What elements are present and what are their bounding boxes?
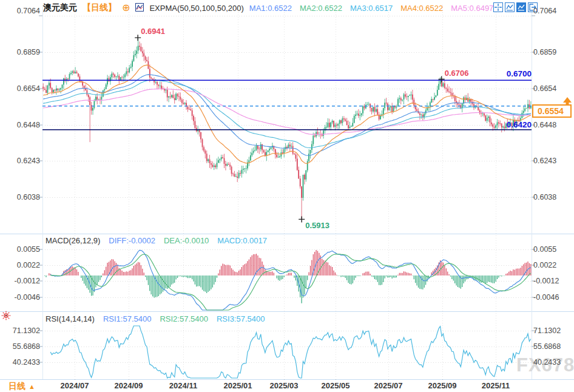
rsi3-value: RSI3:57.5400: [217, 314, 265, 323]
y-axis-label: 0.7064: [0, 6, 40, 16]
ma-value-2: MA2:0.6522: [300, 4, 342, 13]
y-axis-label: -0.0012: [533, 276, 559, 286]
rsi-header: RSI(14,14,14) RSI1:57.5400 RSI2:57.5400 …: [46, 314, 265, 323]
y-axis-label: -0.0046: [533, 292, 559, 302]
indicator-name: EXPMA(50,50,100,50,200): [149, 4, 243, 13]
chart-canvas[interactable]: [0, 0, 574, 392]
rsi-indicator-name: RSI(14,14,14): [46, 314, 95, 323]
chart-toolbar: [493, 2, 538, 12]
chart-type-icon[interactable]: [135, 3, 144, 13]
y-axis-label: 0.7064: [533, 6, 556, 16]
candles-up-wicks: [47, 38, 530, 201]
y-axis-label: 40.2433: [533, 357, 561, 367]
x-axis-label: 2025/11: [482, 381, 510, 390]
y-axis-label: 55.6868: [533, 342, 561, 351]
x-axis-label: 2025/05: [322, 381, 350, 390]
last-price-box: 0.6554: [532, 104, 572, 118]
x-axis-label: 2024/09: [115, 381, 143, 390]
y-axis-label: 0.0055: [0, 245, 40, 254]
y-axis-label: -0.0012: [0, 276, 40, 286]
y-axis-label: 0.6038: [0, 192, 40, 202]
ma-value-1: MA1:0.6522: [249, 4, 292, 13]
macd-diff-value: DIFF:-0.0002: [109, 236, 155, 245]
chart-style-icon-active[interactable]: [516, 2, 526, 12]
y-axis-label: 0.6243: [533, 156, 556, 166]
swing-high-annotation: 0.6706: [445, 69, 469, 78]
ma-value-5: MA5:0.6497: [451, 4, 493, 13]
y-axis-label: 40.2433: [0, 357, 40, 367]
x-axis-label: 2025/07: [374, 381, 403, 390]
macd-indicator-name: MACD(26,12,9): [46, 236, 100, 245]
triangle-up-icon: ▲: [29, 383, 35, 390]
y-axis-label: 0.6654: [0, 84, 40, 93]
period-tag[interactable]: 【日线】: [83, 2, 116, 13]
x-axis-label: 2024/11: [169, 381, 197, 390]
resistance-level-label: 0.6700: [504, 69, 532, 78]
y-axis-label: 71.1302: [0, 326, 40, 336]
sun-icon[interactable]: [1, 311, 11, 323]
y-axis-label: 0.6448: [0, 120, 40, 130]
y-axis-label: 0.6654: [533, 84, 556, 93]
ma-value-4: MA4:0.6522: [400, 4, 443, 13]
indicator-window-icon[interactable]: [505, 2, 515, 12]
chart-app-window: 澳元美元 【日线】 ⊕ EXPMA(50,50,100,50,200) MA1:…: [0, 0, 574, 392]
y-axis-label: 0.6859: [533, 47, 556, 57]
symbol-title: 澳元美元: [43, 2, 77, 13]
y-axis-label: 0.0022: [533, 260, 556, 270]
y-axis-label: 0.6448: [533, 120, 556, 130]
add-indicator-icon[interactable]: ⊕: [122, 4, 130, 12]
support-level-label: 0.6420: [504, 120, 532, 129]
y-axis-label: -0.0046: [0, 292, 40, 302]
x-axis-label: 2024/07: [61, 381, 89, 390]
y-axis-label: 55.6868: [0, 342, 40, 351]
macd-macd-value: MACD:0.0017: [217, 236, 267, 245]
crosshair-icon[interactable]: [493, 2, 503, 12]
rsi2-value: RSI2:57.5400: [160, 314, 208, 323]
period-selector-label: 日线: [8, 381, 25, 392]
ma-values-row: MA1:0.6522MA2:0.6522MA3:0.6517MA4:0.6522…: [249, 4, 494, 13]
macd-dea-value: DEA:-0.0010: [164, 236, 209, 245]
chart-header: 澳元美元 【日线】 ⊕ EXPMA(50,50,100,50,200) MA1:…: [43, 2, 493, 13]
y-axis-label: 0.0022: [0, 260, 40, 270]
high-price-annotation: 0.6941: [141, 27, 165, 36]
ma-value-3: MA3:0.6517: [350, 4, 393, 13]
rsi-line: [50, 326, 531, 378]
macd-bars-negative: [45, 275, 505, 303]
period-selector-button[interactable]: 日线 ▲: [8, 381, 35, 392]
y-axis-label: 0.6859: [0, 47, 40, 57]
low-price-annotation: 0.5913: [305, 221, 329, 230]
y-axis-label: 71.1302: [533, 326, 561, 336]
x-axis-label: 2025/03: [270, 381, 299, 390]
y-axis-label: 0.6038: [533, 192, 556, 202]
x-axis-label: 2025/09: [428, 381, 457, 390]
y-axis-label: 0.6243: [0, 156, 40, 166]
macd-header: MACD(26,12,9) DIFF:-0.0002 DEA:-0.0010 M…: [46, 236, 267, 245]
rsi1-value: RSI1:57.5400: [103, 314, 152, 323]
y-axis-label: 0.0055: [533, 245, 556, 254]
x-axis-label: 2025/01: [224, 381, 252, 390]
